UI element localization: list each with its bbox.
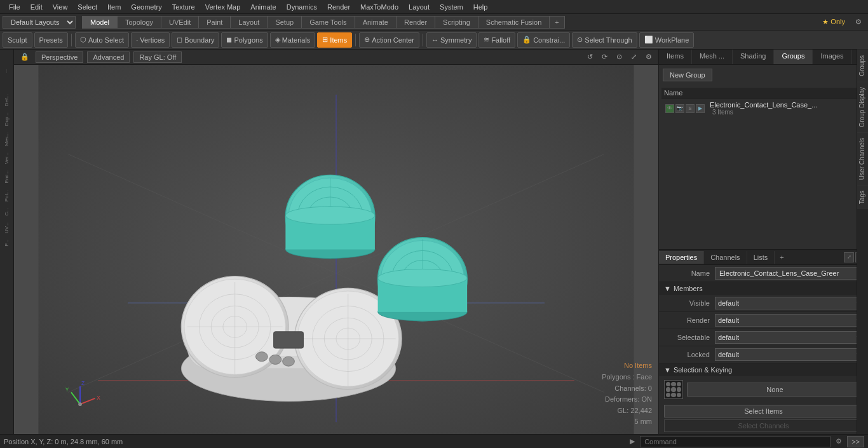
selectable-select[interactable]: default [715,331,863,344]
layout-tab-setup[interactable]: Setup [267,16,301,29]
layout-tab-topology[interactable]: Topology [117,16,161,29]
layout-tab-model[interactable]: Model [82,16,117,29]
menu-edit[interactable]: Edit [25,2,48,12]
props-tab-add[interactable]: + [775,251,789,264]
gear-icon[interactable]: ⚙ [851,17,865,27]
constrain-button[interactable]: 🔒 Constrai... [517,32,570,48]
auto-select-button[interactable]: ⬡ Auto Select [75,32,129,48]
materials-button[interactable]: ◈ Materials [270,32,316,48]
select-items-button[interactable]: Select Items [664,405,863,417]
menu-texture[interactable]: Texture [167,2,200,12]
sidebar-item-uv[interactable]: UV... [3,220,11,236]
render-select[interactable]: default [715,314,863,327]
name-prop-input[interactable] [715,267,863,280]
menu-animate[interactable]: Animate [245,2,281,12]
layout-tab-animate[interactable]: Animate [355,16,396,29]
visibility-icon[interactable]: 👁 [665,104,674,113]
sidebar-item-f[interactable]: F... [3,237,11,249]
items-button[interactable]: ⊞ Items [317,32,352,48]
bottom-expand-icon[interactable]: ▶ [627,436,637,447]
menu-view[interactable]: View [48,2,73,12]
falloff-button[interactable]: ≋ Falloff [478,32,515,48]
menu-geometry[interactable]: Geometry [126,2,166,12]
sidebar-toggle[interactable]: ··· [4,52,10,90]
rp-tab-mesh[interactable]: Mesh ... [692,50,733,64]
rp-tab-items[interactable]: Items [659,50,692,64]
select-icon[interactable]: S [686,104,695,113]
props-tab-properties[interactable]: Properties [659,251,704,264]
group-list-item[interactable]: 👁 📷 S ▶ Electronic_Contact_Lens_Case_...… [661,98,865,118]
new-group-button[interactable]: New Group [663,69,712,81]
sidebar-item-emi[interactable]: Emi... [3,168,11,186]
menu-vertex-map[interactable]: Vertex Map [200,2,246,12]
menu-system[interactable]: System [435,2,468,12]
command-settings-icon[interactable]: ⚙ [833,436,844,447]
menu-select[interactable]: Select [72,2,102,12]
props-tab-lists[interactable]: Lists [747,251,775,264]
sidebar-item-def[interactable]: Def... [3,92,11,109]
expand-arrow-icon[interactable]: ▶ [696,104,705,113]
layout-tab-schematic-fusion[interactable]: Schematic Fusion [478,16,549,29]
symmetry-button[interactable]: ↔ Symmetry [426,32,477,48]
none-button[interactable]: None [687,383,863,397]
menu-dynamics[interactable]: Dynamics [281,2,322,12]
command-input[interactable] [640,436,831,447]
selection-keying-header[interactable]: ▼ Selection & Keying [659,363,868,376]
edge-tab-groups[interactable]: Groups [857,50,868,81]
viewport-raygl-btn[interactable]: Ray GL: Off [133,51,182,63]
viewport-perspective-btn[interactable]: Perspective [36,51,83,63]
render-icon[interactable]: 📷 [675,104,684,113]
polygons-button[interactable]: ◼ Polygons [221,32,268,48]
kg-dot-5 [671,387,675,391]
viewport-lock-icon[interactable]: 🔒 [18,51,32,62]
viewport-fullscreen-icon[interactable]: ⤢ [628,51,639,62]
layout-tab-paint[interactable]: Paint [198,16,230,29]
3d-viewport[interactable]: X Y Z No Items Polygons : Face Channels:… [14,65,658,434]
sidebar-item-dup[interactable]: Dup... [3,110,11,128]
vertices-button[interactable]: · Vertices [131,32,170,48]
viewport-settings-icon[interactable]: ⚙ [643,51,654,62]
edge-tab-user-channels[interactable]: User Channels [857,132,868,185]
visible-select[interactable]: default [715,297,863,309]
sidebar-item-mesh[interactable]: Mes... [3,130,11,149]
layout-dropdown[interactable]: Default Layouts [3,16,76,29]
svg-text:Z: Z [81,380,85,386]
props-icon-1[interactable]: ⤢ [844,252,854,262]
layout-tab-layout[interactable]: Layout [230,16,267,29]
menu-help[interactable]: Help [468,2,493,12]
presets-button[interactable]: Presets [34,32,68,48]
layout-tab-game-tools[interactable]: Game Tools [301,16,355,29]
edge-tab-group-display[interactable]: Group Display [857,81,868,132]
workplane-button[interactable]: ⬜ WorkPlane [639,32,695,48]
layout-tab-uvedit[interactable]: UVEdit [161,16,198,29]
menu-render[interactable]: Render [322,2,355,12]
rp-tab-images[interactable]: Images [813,50,851,64]
layout-tab-scripting[interactable]: Scripting [435,16,478,29]
menu-item[interactable]: Item [102,2,126,12]
sidebar-item-ver[interactable]: Ver... [3,150,11,166]
sidebar-item-pol[interactable]: Pol... [3,187,11,204]
members-section-header[interactable]: ▼ Members [659,282,868,295]
layout-tab-add[interactable]: + [549,16,564,29]
viewport-rotate-icon[interactable]: ↺ [585,51,595,62]
menu-layout[interactable]: Layout [403,2,435,12]
star-only-label[interactable]: ★ Only [817,17,850,27]
viewport-zoom-icon[interactable]: ⊙ [614,51,625,62]
layout-tab-render[interactable]: Render [396,16,435,29]
falloff-label: Falloff [491,36,510,44]
menu-file[interactable]: File [4,2,25,12]
menu-maxtomodo[interactable]: MaxToModo [355,2,403,12]
locked-select[interactable]: default [715,348,863,361]
viewport-advanced-btn[interactable]: Advanced [87,51,130,63]
boundary-button[interactable]: ◻ Boundary [172,32,219,48]
rp-tab-groups[interactable]: Groups [774,50,813,64]
select-through-button[interactable]: ⊙ Select Through [572,32,637,48]
bottom-arrow-button[interactable]: >> [847,436,864,447]
sidebar-item-c[interactable]: C... [3,205,11,218]
rp-tab-shading[interactable]: Shading [733,50,774,64]
sculpt-button[interactable]: Sculpt [3,32,32,48]
action-center-button[interactable]: ⊕ Action Center [359,32,419,48]
viewport-refresh-icon[interactable]: ⟳ [599,51,610,62]
edge-tab-tags[interactable]: Tags [857,185,868,209]
props-tab-channels[interactable]: Channels [704,251,747,264]
